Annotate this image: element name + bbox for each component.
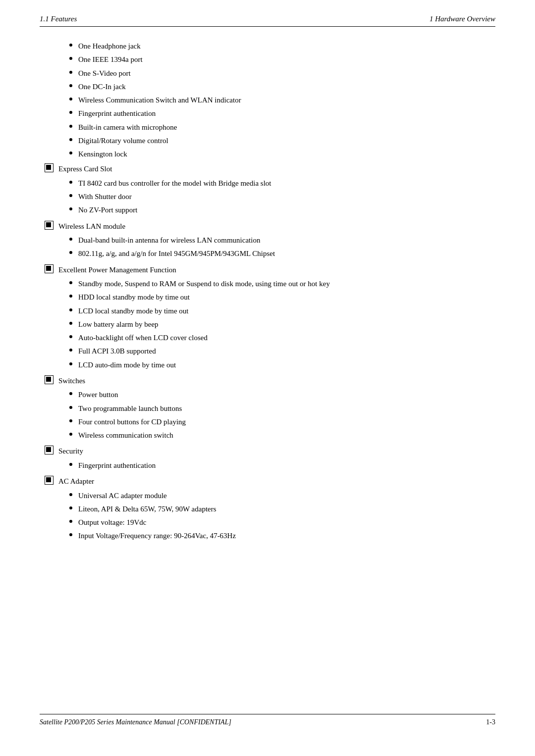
list-item: LCD local standby mode by time out [69, 305, 495, 317]
list-item: HDD local standby mode by time out [69, 292, 495, 303]
page-container: 1.1 Features 1 Hardware Overview One Hea… [0, 0, 535, 756]
bullet-dot [69, 251, 72, 254]
bullet-dot [69, 84, 72, 87]
bullet-text: One IEEE 1394a port [78, 54, 143, 65]
bullet-text: Universal AC adapter module [78, 490, 167, 502]
list-item: Wireless communication switch [69, 430, 495, 441]
bullet-text: Fingerprint authentication [78, 460, 156, 471]
list-item: Built-in camera with microphone [69, 122, 495, 133]
bullet-text: Fingerprint authentication [78, 108, 156, 119]
checkbox-item: Express Card Slot [45, 163, 495, 175]
bullet-dot [69, 308, 72, 311]
checkbox-icon [45, 446, 54, 454]
bullet-dot [69, 322, 72, 325]
section-block: Wireless LAN moduleDual-band built-in an… [45, 220, 495, 260]
list-item: Wireless Communication Switch and WLAN i… [69, 95, 495, 106]
bullet-dot [69, 138, 72, 141]
list-item: Four control buttons for CD playing [69, 416, 495, 428]
bullet-text: Power button [78, 389, 118, 401]
list-item: One S-Video port [69, 68, 495, 79]
bullet-text: LCD auto-dim mode by time out [78, 359, 176, 371]
section-block: SwitchesPower buttonTwo programmable lau… [45, 375, 495, 442]
checkbox-icon [45, 476, 54, 485]
checkbox-label: AC Adapter [58, 475, 94, 487]
bullet-dot [69, 520, 72, 523]
bullet-text: Auto-backlight off when LCD cover closed [78, 332, 208, 344]
bullet-dot [69, 125, 72, 128]
list-item: Power button [69, 389, 495, 401]
bullet-list: Universal AC adapter moduleLiteon, API &… [69, 490, 495, 542]
list-item: Kensington lock [69, 149, 495, 160]
bullet-text: One DC-In jack [78, 81, 126, 93]
bullet-dot [69, 98, 72, 101]
bullet-dot [69, 281, 72, 284]
checkbox-icon [45, 264, 54, 273]
checkbox-icon [45, 221, 54, 230]
list-item: TI 8402 card bus controller for the mode… [69, 178, 495, 189]
bullet-text: Two programmable launch buttons [78, 403, 182, 414]
header-right: 1 Hardware Overview [429, 15, 495, 23]
list-item: One IEEE 1394a port [69, 54, 495, 65]
list-item: Fingerprint authentication [69, 460, 495, 471]
section-block: SecurityFingerprint authentication [45, 445, 495, 471]
bullet-list: Power buttonTwo programmable launch butt… [69, 389, 495, 441]
list-item: 802.11g, a/g, and a/g/n for Intel 945GM/… [69, 248, 495, 259]
bullet-text: HDD local standby mode by time out [78, 292, 190, 303]
list-item: One DC-In jack [69, 81, 495, 93]
checkbox-item: Wireless LAN module [45, 220, 495, 232]
bullet-dot [69, 419, 72, 422]
bullet-dot [69, 493, 72, 496]
list-item: Universal AC adapter module [69, 490, 495, 502]
checkbox-icon [45, 163, 54, 172]
bullet-dot [69, 533, 72, 536]
bullet-text: Built-in camera with microphone [78, 122, 177, 133]
bullet-list: Fingerprint authentication [69, 460, 495, 471]
bullet-dot [69, 362, 72, 365]
section-block: Excellent Power Management FunctionStand… [45, 264, 495, 371]
bullet-dot [69, 463, 72, 466]
bullet-text: Input Voltage/Frequency range: 90-264Vac… [78, 530, 236, 542]
bullet-dot [69, 433, 72, 436]
top-bullet-list: One Headphone jackOne IEEE 1394a portOne… [69, 41, 495, 160]
bullet-list: Dual-band built-in antenna for wireless … [69, 235, 495, 260]
bullet-text: Dual-band built-in antenna for wireless … [78, 235, 260, 246]
section-block: AC AdapterUniversal AC adapter moduleLit… [45, 475, 495, 542]
list-item: LCD auto-dim mode by time out [69, 359, 495, 371]
bullet-dot [69, 111, 72, 114]
bullet-text: Wireless Communication Switch and WLAN i… [78, 95, 241, 106]
bullet-dot [69, 335, 72, 338]
bullet-text: Full ACPI 3.0B supported [78, 346, 156, 357]
bullet-text: Four control buttons for CD playing [78, 416, 186, 428]
bullet-dot [69, 44, 72, 47]
bullet-text: One S-Video port [78, 68, 131, 79]
bullet-dot [69, 181, 72, 184]
bullet-dot [69, 71, 72, 74]
list-item: One Headphone jack [69, 41, 495, 52]
footer-left: Satellite P200/P205 Series Maintenance M… [40, 718, 231, 726]
bullet-dot [69, 506, 72, 509]
checkbox-item: Security [45, 445, 495, 457]
list-item: Fingerprint authentication [69, 108, 495, 119]
bullet-text: LCD local standby mode by time out [78, 305, 188, 317]
bullet-list: Standby mode, Suspend to RAM or Suspend … [69, 278, 495, 371]
list-item: Digital/Rotary volume control [69, 135, 495, 147]
list-item: Standby mode, Suspend to RAM or Suspend … [69, 278, 495, 290]
list-item: Output voltage: 19Vdc [69, 517, 495, 528]
bullet-dot [69, 349, 72, 352]
checkbox-label: Switches [58, 375, 85, 387]
checkbox-label: Wireless LAN module [58, 220, 125, 232]
bullet-dot [69, 151, 72, 154]
bullet-text: Kensington lock [78, 149, 127, 160]
checkbox-item: AC Adapter [45, 475, 495, 487]
list-item: Dual-band built-in antenna for wireless … [69, 235, 495, 246]
list-item: With Shutter door [69, 191, 495, 202]
page-footer: Satellite P200/P205 Series Maintenance M… [40, 714, 495, 726]
checkbox-section-list: Express Card SlotTI 8402 card bus contro… [45, 163, 495, 542]
bullet-text: One Headphone jack [78, 41, 141, 52]
bullet-dot [69, 207, 72, 210]
list-item: Full ACPI 3.0B supported [69, 346, 495, 357]
checkbox-label: Excellent Power Management Function [58, 264, 176, 276]
bullet-text: Standby mode, Suspend to RAM or Suspend … [78, 278, 330, 290]
checkbox-label: Express Card Slot [58, 163, 112, 175]
bullet-dot [69, 57, 72, 60]
